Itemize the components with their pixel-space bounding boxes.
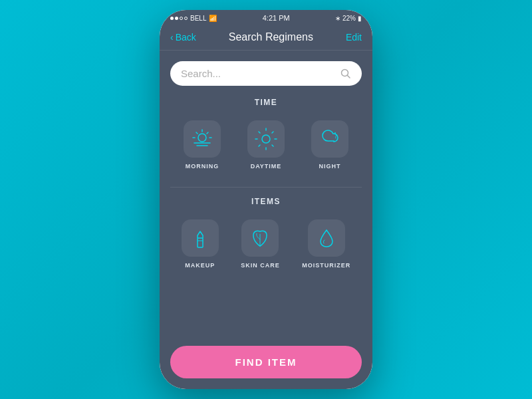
edit-button[interactable]: Edit: [346, 32, 362, 43]
moisturizer-item[interactable]: MOISTURIZER: [298, 215, 354, 273]
moisturizer-label: MOISTURIZER: [302, 262, 350, 269]
daytime-icon-circle: [247, 120, 285, 158]
svg-line-1: [348, 75, 350, 78]
morning-icon-circle: [184, 120, 221, 158]
moisturizer-icon-circle: [308, 219, 345, 257]
skincare-item[interactable]: SKIN CARE: [237, 215, 284, 273]
battery-label: 22%: [342, 15, 356, 22]
night-item[interactable]: NIGHT: [307, 116, 352, 174]
signal-dot-3: [180, 17, 183, 20]
svg-point-19: [334, 132, 336, 134]
morning-item[interactable]: MORNING: [180, 116, 225, 174]
battery-icon: ▮: [358, 15, 362, 22]
svg-line-17: [272, 145, 273, 146]
search-container: Search...: [170, 61, 362, 86]
nav-bar: ‹ Back Search Regimens Edit: [160, 25, 372, 51]
svg-line-16: [259, 145, 260, 146]
signal-dot-2: [175, 17, 178, 20]
status-right: ∗ 22% ▮: [335, 15, 362, 22]
time-icon-grid: MORNING DAYTI: [170, 116, 362, 174]
svg-point-2: [198, 134, 206, 142]
makeup-item[interactable]: MAKEUP: [178, 215, 223, 273]
status-bar: BELL 📶 4:21 PM ∗ 22% ▮: [160, 10, 372, 25]
phone-frame: BELL 📶 4:21 PM ∗ 22% ▮ ‹ Back Search Reg…: [160, 10, 372, 389]
time-section-header: TIME: [170, 98, 362, 107]
bluetooth-icon: ∗: [335, 15, 340, 22]
morning-label: MORNING: [186, 163, 219, 170]
svg-line-4: [207, 132, 208, 134]
wifi-icon: 📶: [209, 15, 217, 22]
signal-dot-4: [184, 17, 188, 20]
night-icon-circle: [311, 120, 348, 158]
find-item-wrapper: FIND ITEM: [170, 339, 362, 378]
search-icon: [340, 68, 351, 79]
find-item-button[interactable]: FIND ITEM: [170, 346, 362, 378]
night-label: NIGHT: [319, 163, 341, 170]
time-display: 4:21 PM: [263, 14, 290, 22]
signal-dots: [170, 17, 188, 20]
svg-rect-20: [198, 238, 203, 247]
section-divider: [170, 187, 362, 188]
makeup-icon-circle: [182, 219, 219, 257]
makeup-label: MAKEUP: [185, 262, 215, 269]
items-section-header: ITEMS: [170, 197, 362, 206]
back-label: Back: [176, 32, 196, 43]
search-placeholder: Search...: [181, 68, 340, 79]
main-content: Search... TIME: [160, 51, 372, 389]
daytime-item[interactable]: DAYTIME: [243, 116, 289, 174]
status-left: BELL 📶: [170, 15, 217, 22]
svg-point-10: [262, 135, 270, 143]
svg-line-18: [259, 132, 260, 133]
chevron-left-icon: ‹: [170, 32, 174, 43]
back-button[interactable]: ‹ Back: [170, 32, 196, 43]
page-title: Search Regimens: [229, 31, 313, 43]
skincare-icon-circle: [241, 219, 279, 257]
search-box[interactable]: Search...: [170, 61, 362, 86]
items-icon-grid: MAKEUP SKIN CARE: [170, 215, 362, 273]
signal-dot-1: [170, 17, 174, 20]
skincare-label: SKIN CARE: [241, 262, 280, 269]
svg-line-7: [196, 132, 198, 134]
daytime-label: DAYTIME: [251, 163, 282, 170]
svg-line-15: [272, 132, 273, 133]
carrier-label: BELL: [190, 15, 206, 22]
